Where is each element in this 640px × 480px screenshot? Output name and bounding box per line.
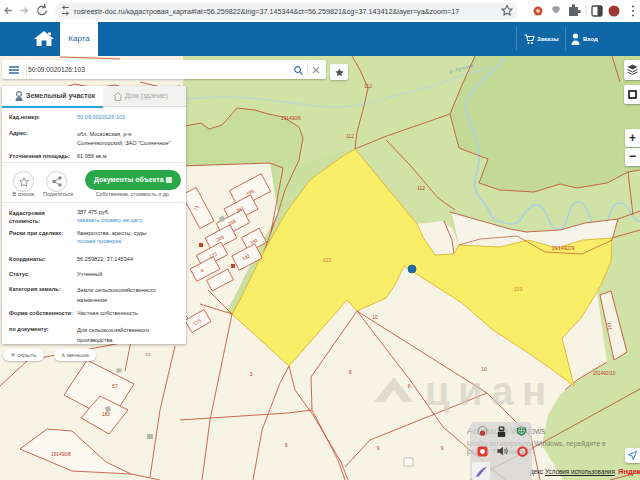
svg-text:15: 15	[146, 352, 151, 357]
svg-text:9: 9	[377, 446, 380, 451]
svg-text:3: 3	[250, 372, 253, 377]
svg-text:8: 8	[408, 384, 411, 389]
svg-text:112: 112	[364, 84, 372, 89]
svg-text:rosreestr-doc.ru/кадастровая_к: rosreestr-doc.ru/кадастровая_карта#lat=5…	[74, 7, 459, 16]
svg-text:103: 103	[514, 286, 523, 292]
svg-text:10: 10	[372, 315, 378, 320]
svg-text:9: 9	[285, 443, 288, 448]
svg-text:циан: циан	[425, 369, 555, 413]
svg-text:191490/6: 191490/6	[281, 116, 301, 121]
svg-text:183: 183	[102, 412, 110, 417]
svg-text:112: 112	[346, 134, 354, 139]
svg-text:191490/8: 191490/8	[51, 452, 71, 457]
svg-text:57: 57	[112, 384, 118, 389]
svg-text:8: 8	[349, 370, 352, 375]
svg-text:112: 112	[417, 186, 425, 191]
svg-text:191492/9: 191492/9	[552, 245, 575, 251]
svg-text:9: 9	[441, 446, 444, 451]
svg-text:191492/10: 191492/10	[593, 371, 616, 376]
svg-text:103: 103	[323, 257, 332, 263]
